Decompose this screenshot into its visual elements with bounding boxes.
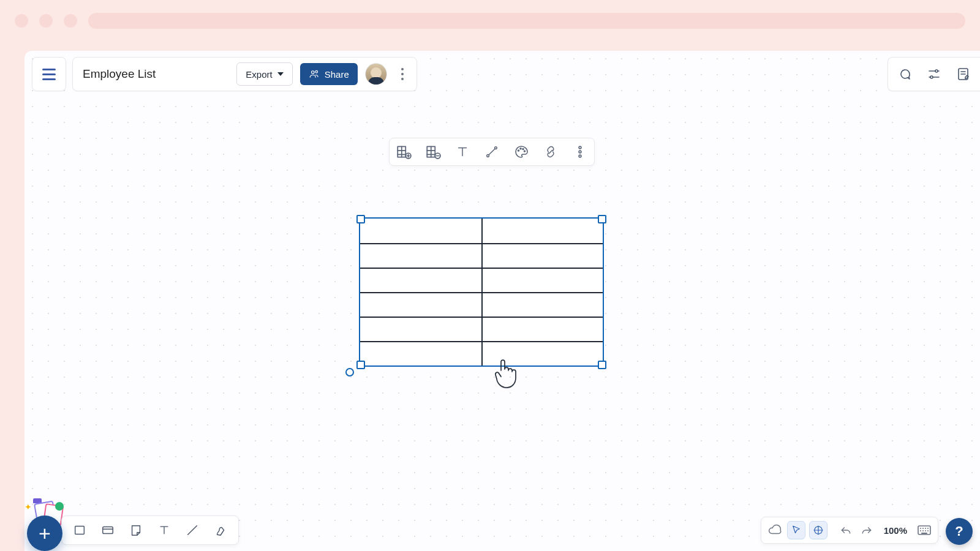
sticky-note-tool-icon[interactable]: [128, 522, 144, 538]
redo-icon[interactable]: [858, 522, 875, 539]
link-icon[interactable]: [543, 144, 559, 160]
undo-icon[interactable]: [837, 522, 854, 539]
cloud-sync-icon[interactable]: [766, 522, 783, 539]
hamburger-icon: [42, 69, 56, 80]
share-label: Share: [325, 69, 349, 80]
selection-toolbar: [389, 138, 595, 166]
line-tool-icon[interactable]: [184, 522, 200, 538]
rotate-handle[interactable]: [345, 368, 354, 377]
freehand-tool-icon[interactable]: [213, 522, 228, 538]
connector-tool-icon[interactable]: [484, 144, 500, 160]
document-title[interactable]: Employee List: [83, 67, 156, 81]
add-shape-fab[interactable]: +: [27, 515, 62, 551]
document-more-button[interactable]: [394, 66, 410, 82]
svg-rect-19: [103, 527, 113, 534]
traffic-light-fullscreen: [64, 14, 77, 28]
svg-point-15: [579, 146, 581, 149]
comments-icon[interactable]: [897, 66, 913, 82]
plus-icon: +: [39, 523, 51, 544]
resize-handle-top-right[interactable]: [598, 215, 606, 223]
url-bar-placeholder: [88, 13, 965, 29]
zoom-level[interactable]: 100%: [879, 525, 912, 536]
resize-handle-bottom-left[interactable]: [356, 361, 365, 369]
pan-tool-icon[interactable]: [809, 521, 827, 539]
text-tool-icon[interactable]: [156, 522, 172, 538]
share-button[interactable]: Share: [300, 63, 358, 85]
resize-handle-top-left[interactable]: [356, 215, 365, 223]
view-toolbar: 100%: [761, 517, 938, 544]
question-icon: ?: [955, 523, 963, 539]
settings-sliders-icon[interactable]: [926, 66, 942, 82]
main-menu-button[interactable]: [32, 57, 66, 91]
browser-chrome: [0, 10, 980, 32]
svg-point-16: [579, 151, 581, 153]
export-button[interactable]: Export: [236, 62, 292, 86]
rectangle-tool-icon[interactable]: [72, 522, 88, 538]
help-fab[interactable]: ?: [946, 518, 973, 545]
traffic-light-close: [15, 14, 28, 28]
canvas[interactable]: Employee List Export Share: [24, 51, 980, 551]
right-tools: [888, 57, 980, 91]
svg-point-0: [311, 71, 314, 74]
export-label: Export: [246, 69, 272, 80]
people-icon: [309, 69, 320, 80]
shape-toolbar: [61, 515, 239, 545]
keyboard-icon[interactable]: [916, 522, 933, 539]
document-header: Employee List Export Share: [72, 57, 417, 91]
resize-handle-bottom-right[interactable]: [598, 361, 606, 369]
svg-point-11: [518, 150, 519, 151]
svg-point-3: [930, 76, 933, 78]
color-palette-icon[interactable]: [513, 144, 529, 160]
table-grid: [360, 219, 603, 365]
traffic-light-minimize: [39, 14, 53, 28]
svg-point-13: [522, 149, 524, 150]
avatar[interactable]: [365, 63, 387, 85]
toolbar-more-button[interactable]: [572, 144, 588, 160]
svg-point-14: [524, 151, 526, 152]
svg-point-1: [315, 70, 318, 73]
select-tool-icon[interactable]: [787, 521, 805, 539]
svg-point-2: [935, 70, 938, 72]
caret-down-icon: [277, 72, 284, 76]
svg-point-17: [579, 155, 581, 157]
text-tool-icon[interactable]: [454, 144, 470, 160]
svg-point-12: [520, 148, 521, 149]
table-shape[interactable]: [359, 217, 604, 367]
svg-rect-18: [75, 527, 85, 534]
card-tool-icon[interactable]: [100, 522, 116, 538]
notes-icon[interactable]: [956, 66, 971, 82]
table-remove-column-icon[interactable]: [425, 144, 441, 160]
table-add-column-icon[interactable]: [396, 144, 412, 160]
